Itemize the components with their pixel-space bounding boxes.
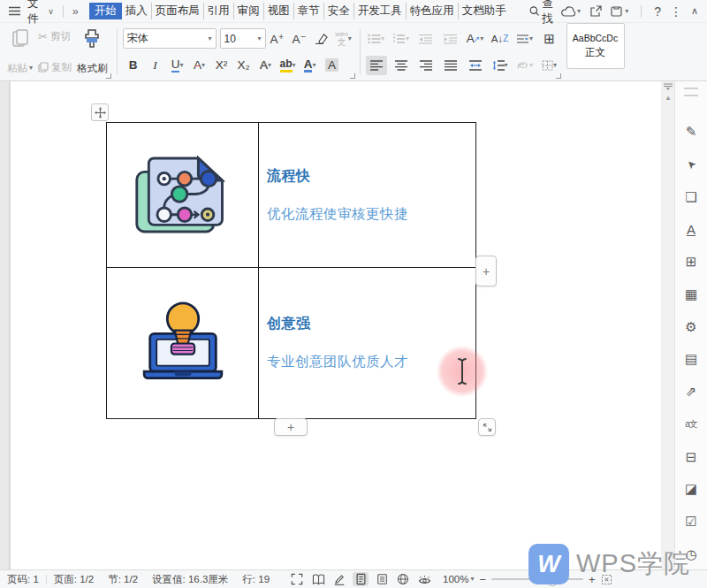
text-direction-button[interactable]: A↗▾ (465, 29, 486, 49)
strikethrough-button[interactable]: A▾ (189, 56, 210, 75)
outline-view-button[interactable] (374, 572, 390, 586)
status-line-number[interactable]: 行: 19 (235, 573, 277, 586)
page-view-button[interactable] (353, 572, 369, 586)
eye-protection-button[interactable] (416, 572, 432, 586)
shrink-font-button[interactable]: A⁻ (289, 29, 310, 49)
read-mode-button[interactable] (310, 572, 326, 586)
select-cursor-icon[interactable]: ➤ (675, 149, 707, 181)
numbering-button[interactable]: ▾ (391, 29, 412, 49)
paste-button[interactable]: 粘贴▾ (4, 27, 36, 77)
tab-developer[interactable]: 开发工具 (354, 3, 407, 19)
bullets-button[interactable]: ▾ (366, 29, 387, 49)
table-tool-icon[interactable]: ⊞ (675, 246, 707, 279)
scroll-up-icon[interactable]: ▴ (666, 94, 671, 102)
tab-view[interactable]: 视图 (264, 3, 294, 19)
tab-references[interactable]: 引用 (204, 3, 234, 19)
settings-sliders-icon[interactable]: ⚙ (675, 310, 707, 343)
tab-page-layout[interactable]: 页面布局 (152, 3, 204, 19)
status-setting-value[interactable]: 设置值: 16.3厘米 (145, 573, 235, 586)
vertical-scrollbar[interactable]: ▴ (661, 80, 675, 570)
share-button[interactable] (589, 5, 602, 17)
table-move-handle[interactable] (91, 103, 109, 121)
ruler-toggle-icon[interactable] (664, 83, 673, 90)
tab-special-features[interactable]: 特色应用 (407, 3, 459, 19)
help-button[interactable]: ? (654, 5, 661, 18)
increase-indent-button[interactable] (440, 29, 461, 49)
style-gallery-item-normal[interactable]: AaBbCcDc 正文 (566, 23, 625, 69)
ink-mode-button[interactable] (331, 572, 347, 586)
export-share-icon[interactable]: ⇗ (675, 376, 707, 409)
text-layout-button[interactable]: ▾ (514, 29, 536, 49)
copy-button[interactable]: 复制 (38, 61, 72, 74)
add-column-button[interactable]: + (475, 256, 497, 286)
more-options-button[interactable]: ⋮ (670, 5, 682, 18)
font-size-select[interactable]: 10 ▾ (220, 28, 266, 49)
bold-button[interactable]: B (123, 56, 144, 75)
font-name-select[interactable]: 宋体 ▾ (123, 28, 217, 49)
doc-image-icon[interactable]: ▤ (675, 343, 707, 376)
badge-check-icon[interactable]: ☑ (675, 506, 707, 538)
dialog-launcher[interactable] (556, 73, 561, 79)
apps-grid-icon[interactable]: ▦ (675, 279, 707, 311)
superscript-button[interactable]: X² (211, 56, 232, 75)
status-section[interactable]: 节: 1/2 (101, 573, 145, 586)
save-as-button[interactable]: ▾ (611, 6, 628, 17)
table-cell-text-1[interactable]: 流程快 优化流程使审核更快捷 (259, 123, 475, 268)
clear-formatting-button[interactable] (311, 29, 332, 49)
find-button[interactable]: 查找 (529, 0, 561, 27)
decrease-indent-button[interactable] (415, 29, 437, 49)
dialog-launcher[interactable] (106, 73, 111, 79)
align-right-button[interactable] (415, 56, 437, 75)
line-spacing-button[interactable]: ▾ (490, 56, 511, 75)
phonetic-guide-button[interactable]: wén文 ▾ (333, 29, 354, 49)
status-page-number[interactable]: 页码: 1 (0, 573, 46, 586)
font-color-button[interactable]: A▾ (300, 56, 321, 75)
dialog-launcher[interactable] (350, 73, 355, 79)
table-resize-handle[interactable] (478, 418, 496, 436)
align-left-button[interactable] (366, 56, 387, 75)
justify-button[interactable] (440, 56, 461, 75)
shading-button[interactable]: ▾ (514, 56, 536, 75)
main-menu-icon[interactable] (4, 0, 26, 22)
grow-font-button[interactable]: A⁺ (267, 29, 288, 49)
cut-button[interactable]: ✂ 剪切 (38, 30, 72, 43)
collapse-ribbon-button[interactable]: ∧ (691, 5, 698, 17)
file-menu[interactable]: 文件 ∨ (26, 0, 59, 22)
tab-security[interactable]: 安全 (324, 3, 354, 19)
web-view-button[interactable] (395, 572, 411, 586)
tab-insert[interactable]: 插入 (122, 3, 152, 19)
translate-icon[interactable]: a文 (675, 408, 707, 440)
char-shading-button[interactable]: A (322, 56, 343, 75)
panel-drag-handle-icon[interactable] (684, 88, 698, 96)
tab-doc-assistant[interactable]: 文档助手 (459, 3, 510, 19)
edit-pen-icon[interactable]: ✎ (675, 116, 707, 149)
italic-button[interactable]: I (145, 56, 166, 75)
document-page[interactable]: 流程快 优化流程使审核更快捷 创意强 专业创意团队优质人才 (11, 81, 661, 570)
add-row-button[interactable]: + (274, 418, 308, 436)
cloud-sync-button[interactable]: ▾ (561, 6, 581, 17)
underline-button[interactable]: U▾ (167, 56, 188, 75)
table-cell-icon-2[interactable] (107, 268, 259, 418)
picture-icon[interactable]: ◪ (675, 473, 707, 506)
fullscreen-button[interactable] (289, 572, 305, 586)
tab-review[interactable]: 审阅 (234, 3, 264, 19)
tab-overflow-button[interactable]: » (67, 0, 84, 22)
sort-button[interactable]: A↓Z (490, 29, 511, 49)
shapes-icon[interactable]: ❏ (675, 180, 707, 213)
align-center-button[interactable] (391, 56, 412, 75)
subscript-button[interactable]: X₂ (233, 56, 255, 75)
table-cell-text-2[interactable]: 创意强 专业创意团队优质人才 (259, 268, 475, 418)
text-effects-button[interactable]: A▾ (255, 56, 277, 75)
zoom-level-select[interactable]: 100% ▾ (443, 574, 474, 584)
tab-section[interactable]: 章节 (294, 3, 324, 19)
content-table[interactable]: 流程快 优化流程使审核更快捷 创意强 专业创意团队优质人才 (106, 122, 476, 419)
highlight-color-button[interactable]: ab▾ (277, 56, 299, 75)
archive-box-icon[interactable]: ⊟ (675, 440, 707, 473)
borders-button[interactable]: ▾ (539, 56, 560, 75)
table-cell-icon-1[interactable] (107, 123, 259, 268)
insert-table-button[interactable]: ⊞ (539, 29, 560, 49)
distribute-button[interactable] (465, 56, 486, 75)
zoom-out-button[interactable]: − (479, 574, 486, 585)
format-painter-button[interactable]: 格式刷 (73, 27, 111, 77)
tab-home[interactable]: 开始 (89, 3, 122, 19)
